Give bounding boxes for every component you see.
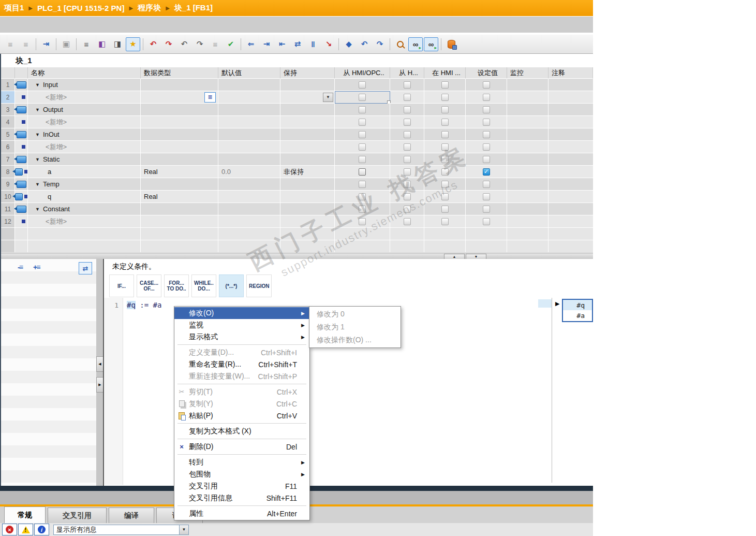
retain-cell[interactable]: ▼ (280, 91, 335, 104)
from-hmi-checkbox[interactable] (404, 81, 411, 89)
default-cell[interactable] (218, 215, 280, 228)
setpoint-cell[interactable] (466, 104, 507, 116)
setpoint-cell[interactable]: ✓ (466, 166, 507, 178)
insert-row-icon[interactable]: ≡ (3, 37, 18, 51)
snippet-case-button[interactable]: CASE...OF... (137, 274, 161, 297)
combo-dropdown-button[interactable]: ▼ (179, 525, 188, 534)
setpoint-checkbox[interactable] (483, 119, 490, 126)
hmi-opc-checkbox[interactable] (359, 156, 366, 163)
in-hmi-checkbox[interactable] (441, 131, 449, 138)
table-row-input[interactable]: 1 ▼Input (1, 79, 593, 91)
comment-cell[interactable] (549, 203, 593, 215)
compile-icon[interactable]: ✔ (224, 37, 238, 51)
setpoint-checkbox[interactable] (483, 181, 490, 188)
download-values-icon[interactable]: ↶ (177, 37, 191, 51)
from-hmi-cell[interactable] (390, 116, 424, 128)
setpoint-cell[interactable] (466, 215, 507, 228)
discard-change-icon[interactable]: ↶ (146, 37, 160, 51)
name-cell[interactable]: a (28, 166, 141, 178)
col-comment[interactable]: 注释 (549, 67, 593, 79)
auto-format-icon[interactable]: ⇄ (290, 37, 305, 51)
menu-item-delete[interactable]: ×删除(D)Del (174, 441, 309, 453)
name-cell[interactable]: q (28, 191, 141, 203)
from-hmi-checkbox[interactable] (404, 143, 411, 151)
hmi-opc-cell[interactable] (335, 79, 390, 91)
setpoint-checkbox[interactable] (483, 218, 490, 225)
next-position-icon[interactable]: ↷ (373, 37, 387, 51)
split-editor-button[interactable]: ⇄ (79, 262, 92, 274)
add-new-label[interactable]: <新增> (46, 93, 67, 102)
name-cell[interactable]: ▼Static (28, 153, 141, 166)
menu-item-copy-as-text[interactable]: 复制为文本格式 (X) (174, 425, 309, 437)
favorites-icon[interactable]: ★ (126, 37, 140, 51)
var-retain[interactable]: 非保持 (284, 167, 304, 177)
hmi-opc-checkbox[interactable] (359, 218, 366, 225)
breadcrumb-project[interactable]: 项目1 (4, 3, 24, 13)
in-hmi-checkbox[interactable] (441, 106, 449, 113)
from-hmi-checkbox[interactable] (404, 206, 411, 213)
name-cell[interactable]: ▼Output (28, 104, 141, 116)
table-row-temp[interactable]: 9 ▼Temp (1, 178, 593, 191)
in-hmi-cell[interactable] (424, 203, 466, 215)
from-hmi-cell[interactable] (390, 141, 424, 153)
tab-cross-references[interactable]: 交叉引用 (48, 508, 107, 523)
var-default[interactable]: 0.0 (221, 168, 231, 176)
in-hmi-cell[interactable] (424, 128, 466, 141)
name-cell[interactable]: ▼Constant (28, 203, 141, 215)
setpoint-cell[interactable] (466, 128, 507, 141)
setpoint-cell[interactable] (466, 203, 507, 215)
in-hmi-checkbox[interactable] (441, 193, 449, 200)
menu-item-enclosure[interactable]: 包围物▶ (174, 468, 309, 480)
type-cell[interactable] (141, 104, 218, 116)
hmi-opc-checkbox[interactable] (359, 119, 366, 126)
table-row-add-inout[interactable]: 6 <新增> (1, 141, 593, 153)
comment-cell[interactable] (549, 178, 593, 191)
hmi-opc-cell[interactable] (335, 178, 390, 191)
setpoint-cell[interactable] (466, 91, 507, 104)
setpoint-cell[interactable] (466, 178, 507, 191)
from-hmi-checkbox[interactable] (404, 119, 411, 126)
hmi-opc-checkbox[interactable] (359, 106, 366, 113)
default-cell[interactable] (218, 141, 280, 153)
table-row-constant[interactable]: 11 ▼Constant (1, 203, 593, 215)
splitter-left-button[interactable]: ◀ (96, 356, 103, 372)
in-hmi-cell[interactable] (424, 191, 466, 203)
type-cell[interactable] (141, 128, 218, 141)
clear-formatting-icon[interactable]: ↘ (321, 37, 336, 51)
name-cell[interactable]: <新增> (28, 141, 141, 153)
message-filter-combo[interactable]: 显示所有消息 ▼ (53, 525, 189, 535)
data-log-icon[interactable] (444, 37, 458, 51)
from-hmi-cell[interactable] (390, 203, 424, 215)
setpoint-cell[interactable] (466, 153, 507, 166)
default-cell[interactable] (218, 116, 280, 128)
menu-item-properties[interactable]: 属性Alt+Enter (174, 508, 309, 519)
comment-cell[interactable] (549, 153, 593, 166)
watch-item[interactable]: #q (563, 300, 592, 310)
col-default[interactable]: 默认值 (218, 67, 280, 79)
in-hmi-checkbox[interactable] (441, 156, 449, 163)
previous-position-icon[interactable]: ↶ (357, 37, 372, 51)
hmi-opc-cell[interactable] (335, 128, 390, 141)
datatype-picker-button[interactable]: ≣ (204, 92, 216, 103)
add-new-label[interactable]: <新增> (46, 217, 67, 226)
default-cell[interactable] (218, 79, 280, 91)
var-name[interactable]: q (48, 193, 51, 200)
snapshot-icon[interactable]: ◧ (95, 37, 109, 51)
col-in-hmi[interactable]: 在 HMI ... (424, 67, 466, 79)
hmi-opc-cell[interactable] (335, 191, 390, 203)
in-hmi-checkbox[interactable] (441, 218, 449, 225)
var-type[interactable]: Real (144, 193, 158, 200)
code-lhs[interactable]: #q (127, 301, 136, 309)
retain-cell[interactable] (280, 191, 335, 203)
compare-icon[interactable]: ≡ (208, 37, 223, 51)
default-cell[interactable] (218, 128, 280, 141)
from-hmi-cell[interactable] (390, 128, 424, 141)
default-cell[interactable] (218, 203, 280, 215)
hmi-opc-cell[interactable] (335, 141, 390, 153)
retain-cell[interactable]: 非保持 (280, 166, 335, 178)
name-cell[interactable]: <新增> (28, 215, 141, 228)
from-hmi-checkbox[interactable] (404, 193, 411, 200)
in-hmi-checkbox[interactable] (441, 94, 449, 101)
expand-networks-icon[interactable]: +≡ (33, 263, 39, 271)
setpoint-checkbox[interactable] (483, 106, 490, 113)
